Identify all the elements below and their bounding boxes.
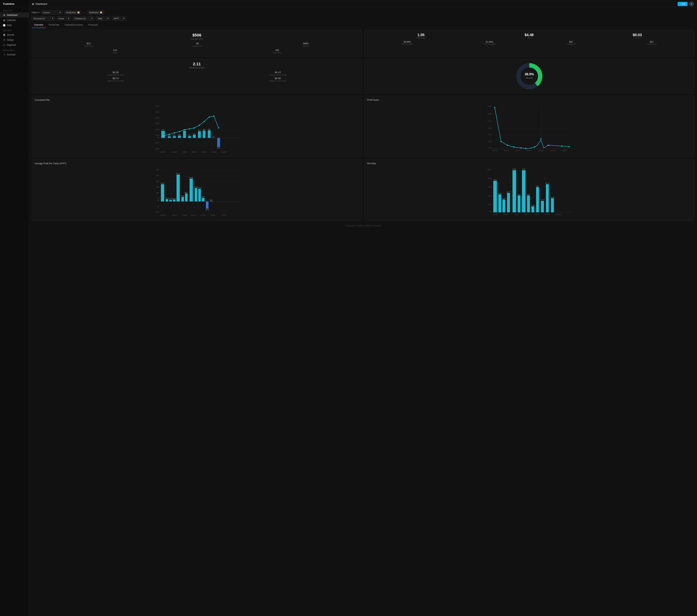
appt-label: APPT — [524, 37, 534, 39]
svg-text:16/06/22: 16/06/22 — [527, 150, 532, 151]
avatar[interactable]: 👤 — [689, 1, 694, 6]
sidebar-section-analyze: ANALYZE ⊞ Dashboard ▦ Calendar 📈 Daily — [0, 8, 29, 28]
dashboard-grid-icon: ⊞ — [32, 2, 34, 5]
svg-text:$600: $600 — [155, 105, 159, 107]
svg-text:30/06/22: 30/06/22 — [562, 150, 567, 151]
sidebar-item-playbook[interactable]: ◎ Playbook — [0, 43, 29, 47]
apptspt-label: APPTSPT — [633, 37, 642, 39]
donut-win-rate-label: Win rate — [526, 77, 533, 79]
setups-icon: ⚙ — [3, 39, 5, 41]
accounts-chevron-icon: ▾ — [52, 17, 53, 20]
svg-rect-33 — [198, 131, 201, 138]
accounts-select[interactable]: Accounts (2) ▾ — [32, 16, 55, 21]
trades-label: Trades — [113, 52, 118, 54]
svg-point-81 — [521, 147, 522, 149]
svg-text:0.00: 0.00 — [488, 147, 491, 149]
svg-text:-$100: -$100 — [155, 142, 159, 144]
topbar-right: + Add 👤 — [678, 1, 694, 6]
profit-factor-chart-title: Profit Factor — [367, 99, 691, 101]
profit-factor-value: 1.55 — [417, 33, 426, 37]
appt-chevron-icon: ▾ — [123, 17, 124, 20]
svg-text:60%: 60% — [536, 185, 539, 187]
footer: © Copyright TradeNote. All Rights Reserv… — [32, 223, 695, 228]
sidebar-item-journal[interactable]: 📓 Journal — [0, 32, 29, 37]
svg-text:$400: $400 — [155, 117, 159, 119]
svg-text:$85: $85 — [203, 129, 206, 130]
svg-text:27.3%: 27.3% — [540, 199, 545, 201]
filters-label[interactable]: Filters ▾ — [32, 11, 40, 14]
svg-text:03/06/22: 03/06/22 — [160, 214, 165, 216]
sidebar-label-playbook: Playbook — [7, 44, 16, 46]
main-area: ⊞ Dashboard + Add 👤 Filters ▾ Custom ▾ 0… — [29, 0, 697, 616]
svg-text:$0.29: $0.29 — [210, 199, 213, 201]
svg-text:60%: 60% — [488, 186, 491, 188]
svg-text:$5: $5 — [157, 198, 159, 200]
risk-reward-label: Risk&Reward Ratio — [35, 67, 359, 69]
svg-point-50 — [199, 125, 200, 126]
sidebar-item-calendar[interactable]: ▦ Calendar — [0, 18, 29, 23]
dashboard-icon: ⊞ — [3, 14, 5, 16]
topbar: ⊞ Dashboard + Add 👤 — [29, 0, 697, 8]
positions-chevron-icon: ▾ — [91, 17, 92, 20]
cumulated-pnl-svg: $600 $500 $400 $300 $200 $100 $0 -$100 -… — [35, 103, 359, 154]
stats-right-top-row: 1.55 Profit Factor $4.48 APPT $0.03 APPT… — [367, 33, 691, 39]
journal-icon: 📓 — [3, 33, 5, 36]
sidebar-item-setups[interactable]: ⚙ Setups — [0, 37, 29, 43]
stats-fees-row: $12 Trade Fees $0 Platform Fees $494 Cas… — [35, 42, 359, 47]
svg-text:30/06/22: 30/06/22 — [221, 214, 227, 216]
svg-text:$0: $0 — [157, 136, 159, 138]
svg-rect-35 — [203, 131, 206, 138]
add-button[interactable]: + Add — [678, 2, 687, 6]
avg-loss-share-item: $0.12 Average Loss Per Share $0.50 Highe… — [269, 71, 286, 82]
svg-point-54 — [218, 127, 219, 129]
page-title: Dashboard — [35, 2, 47, 5]
trade-fees-item: $12 Trade Fees — [85, 42, 93, 47]
gross-select[interactable]: Gross ▾ — [57, 16, 71, 21]
svg-text:28/06/22: 28/06/22 — [211, 151, 217, 153]
apptspt-block: $0.03 APPTSPT — [633, 33, 642, 39]
date-arrow[interactable]: › — [83, 10, 86, 15]
trade-fees-label: Trade Fees — [85, 45, 93, 47]
win-prob-value: 38.94% — [402, 41, 413, 43]
svg-rect-165 — [513, 170, 516, 212]
highest-win-share-label: Highest Win Per Share — [107, 80, 124, 82]
sidebar-label-journal: Journal — [7, 33, 14, 36]
svg-text:28/06/22: 28/06/22 — [545, 214, 550, 215]
svg-text:$25: $25 — [156, 175, 159, 177]
loss-prob-item: 61.06% Loss Probability — [484, 41, 495, 45]
tab-overview[interactable]: Overview — [32, 22, 46, 28]
svg-rect-157 — [493, 181, 497, 212]
highest-loss-share-label: Highest Loss Per Share — [269, 80, 286, 82]
appt-chart-area: $30 $25 $20 $15 $10 $5 $0 -$5 -$10 — [35, 167, 359, 218]
daily-select[interactable]: Daily ▾ — [96, 16, 110, 21]
svg-rect-179 — [546, 184, 549, 212]
positions-select[interactable]: Positions (2) ▾ — [73, 16, 94, 21]
svg-text:28/06/22: 28/06/22 — [210, 214, 216, 216]
svg-text:$30: $30 — [156, 169, 159, 170]
sidebar-item-forecast[interactable]: ↗ Forecast — [0, 52, 29, 57]
win-rate-chart-title: Win Rate — [367, 162, 691, 165]
appt-select[interactable]: APPT ▾ — [112, 16, 126, 21]
svg-rect-27 — [183, 131, 186, 138]
app-logo: TradeNote — [0, 0, 29, 8]
tab-timedate[interactable]: Time&Date — [46, 22, 62, 28]
tab-financials[interactable]: Financials — [86, 22, 100, 28]
avg-win-share-label: Average Win Per Share — [107, 74, 124, 76]
highest-loss-share-value: $0.50 — [269, 77, 286, 80]
svg-text:$8.81: $8.81 — [185, 192, 188, 193]
svg-point-80 — [513, 147, 515, 148]
svg-rect-39 — [212, 138, 216, 138]
svg-text:9.00: 9.00 — [488, 127, 491, 129]
date-from-input[interactable]: 01/06/2022 📅 — [64, 10, 82, 15]
tab-trades[interactable]: Trades&Executions — [62, 22, 86, 28]
sidebar-item-dashboard[interactable]: ⊞ Dashboard — [0, 13, 29, 18]
date-to-input[interactable]: 30/06/2022 📅 — [87, 10, 104, 15]
svg-point-78 — [501, 141, 502, 142]
sidebar-item-daily[interactable]: 📈 Daily — [0, 23, 29, 28]
svg-point-46 — [179, 131, 180, 132]
svg-text:$2.50: $2.50 — [173, 198, 176, 199]
period-select[interactable]: Custom ▾ — [41, 10, 63, 15]
calendar-icon: ▦ — [3, 19, 5, 21]
svg-text:75%: 75% — [493, 179, 496, 181]
highest-win-share-value: $0.74 — [107, 77, 124, 80]
